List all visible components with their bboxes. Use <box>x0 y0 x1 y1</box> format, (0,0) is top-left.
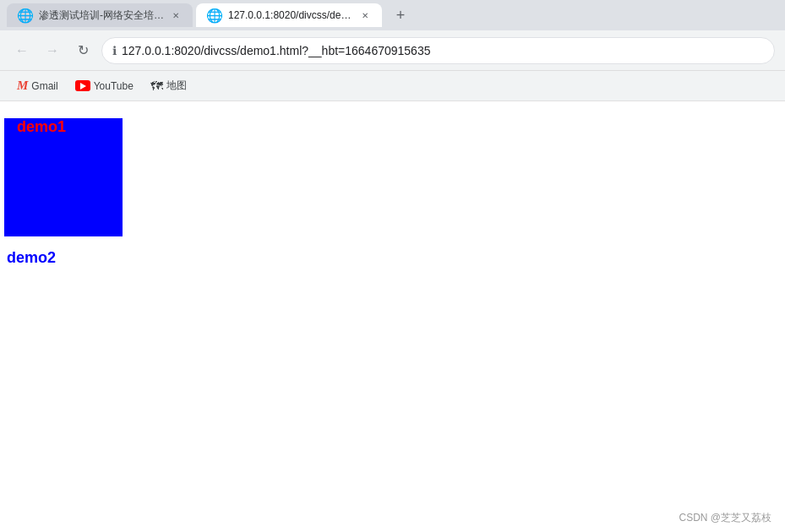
tab2-title: 127.0.0.1:8020/divcss/demo1.h... <box>228 9 353 21</box>
tab2-close[interactable]: ✕ <box>358 8 372 22</box>
bookmark-youtube[interactable]: YouTube <box>68 77 140 95</box>
forward-icon: → <box>46 43 59 58</box>
address-bar-row: ← → ↻ ℹ 127.0.0.1:8020/divcss/demo1.html… <box>0 30 785 71</box>
csdn-watermark: CSDN @芝芝又荔枝 <box>679 511 771 525</box>
gmail-label: Gmail <box>31 80 57 92</box>
refresh-button[interactable]: ↻ <box>71 39 95 62</box>
forward-button[interactable]: → <box>41 39 64 62</box>
youtube-icon <box>75 80 90 91</box>
page-content: demo1 demo2 CSDN @芝芝又荔枝 <box>0 101 785 532</box>
tab-1[interactable]: 🌐 渗透测试培训-网络安全培训-暗片... ✕ <box>7 3 193 27</box>
tab-bar: 🌐 渗透测试培训-网络安全培训-暗片... ✕ 🌐 127.0.0.1:8020… <box>0 0 785 30</box>
tab-2[interactable]: 🌐 127.0.0.1:8020/divcss/demo1.h... ✕ <box>196 3 382 27</box>
address-text: 127.0.0.1:8020/divcss/demo1.html?__hbt=1… <box>122 44 430 57</box>
bookmark-gmail[interactable]: M Gmail <box>10 75 65 96</box>
back-button[interactable]: ← <box>10 39 34 62</box>
tab1-title: 渗透测试培训-网络安全培训-暗片... <box>39 8 164 23</box>
demo1-label: demo1 <box>17 118 66 136</box>
bookmarks-bar: M Gmail YouTube 🗺 地图 <box>0 71 785 101</box>
new-tab-button[interactable]: + <box>389 3 412 27</box>
refresh-icon: ↻ <box>78 42 89 58</box>
maps-label: 地图 <box>166 79 187 93</box>
tab1-close[interactable]: ✕ <box>169 8 183 22</box>
youtube-label: YouTube <box>94 80 134 92</box>
browser-chrome: 🌐 渗透测试培训-网络安全培训-暗片... ✕ 🌐 127.0.0.1:8020… <box>0 0 785 101</box>
tab2-favicon: 🌐 <box>206 8 223 24</box>
back-icon: ← <box>15 43 29 58</box>
address-input[interactable]: ℹ 127.0.0.1:8020/divcss/demo1.html?__hbt… <box>101 37 775 64</box>
tab1-favicon: 🌐 <box>17 8 34 24</box>
bookmark-maps[interactable]: 🗺 地图 <box>144 75 194 96</box>
gmail-icon: M <box>17 79 28 93</box>
maps-icon: 🗺 <box>150 79 163 93</box>
blue-box <box>4 118 123 236</box>
demo2-label: demo2 <box>7 249 56 267</box>
lock-icon: ℹ <box>112 44 117 57</box>
